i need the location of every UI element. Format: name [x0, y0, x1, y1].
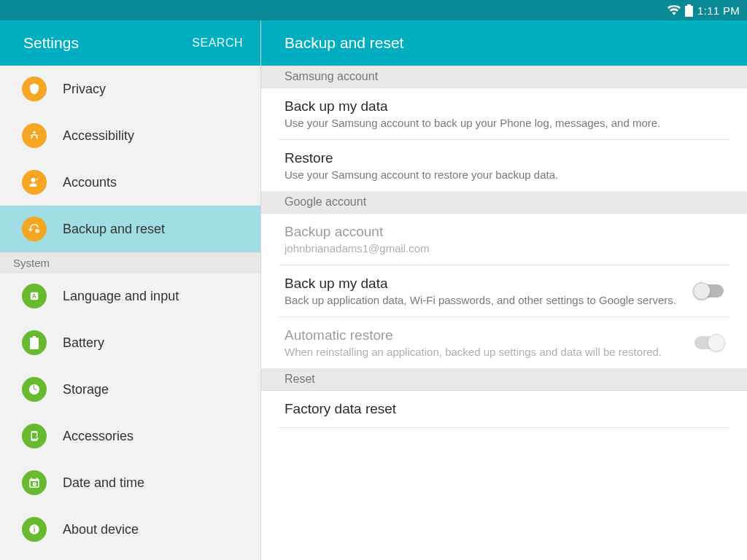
section-header-samsung: Samsung account — [261, 66, 747, 88]
row-subtitle: Use your Samsung account to back up your… — [285, 117, 724, 129]
sidebar-item-label: Backup and reset — [63, 222, 165, 237]
row-title: Back up my data — [285, 98, 724, 114]
sidebar-item-label: Accounts — [63, 175, 117, 190]
section-header-google: Google account — [261, 191, 747, 214]
wifi-icon — [667, 5, 681, 15]
sidebar-item-label: Accessibility — [63, 128, 134, 144]
sidebar-section-system: System — [0, 252, 260, 273]
backup-data-toggle[interactable] — [694, 284, 724, 298]
samsung-restore-row[interactable]: Restore Use your Samsung account to rest… — [261, 140, 747, 191]
privacy-icon — [22, 77, 47, 101]
sidebar-item-backup[interactable]: Backup and reset — [0, 206, 260, 252]
row-title: Backup account — [285, 224, 724, 240]
divider — [279, 427, 729, 428]
row-title: Restore — [285, 150, 724, 166]
accessibility-icon — [22, 123, 47, 148]
sidebar-item-datetime[interactable]: Date and time — [0, 459, 260, 506]
sidebar-item-label: Accessories — [63, 429, 133, 444]
sidebar-item-accessibility[interactable]: Accessibility — [0, 112, 260, 159]
status-time: 1:11 PM — [697, 4, 740, 17]
accounts-icon — [22, 170, 47, 195]
search-button[interactable]: SEARCH — [192, 36, 243, 50]
google-automatic-restore-row: Automatic restore When reinstalling an a… — [261, 317, 747, 368]
sidebar: Settings SEARCH PrivacyAccessibilityAcco… — [0, 20, 261, 560]
sidebar-item-storage[interactable]: Storage — [0, 366, 260, 413]
svg-rect-4 — [34, 526, 35, 528]
row-title: Automatic restore — [285, 327, 683, 343]
row-subtitle: Use your Samsung account to restore your… — [285, 168, 724, 181]
main-panel: Backup and reset Samsung account Back up… — [261, 20, 747, 560]
section-header-reset: Reset — [261, 368, 747, 391]
sidebar-item-label: Storage — [63, 382, 109, 397]
sidebar-item-battery[interactable]: Battery — [0, 319, 260, 366]
sidebar-item-label: Battery — [63, 335, 104, 351]
main-content: Samsung account Back up my data Use your… — [261, 66, 747, 560]
battery-icon — [685, 4, 693, 17]
sidebar-title: Settings — [23, 34, 79, 52]
sidebar-item-label: Date and time — [63, 475, 144, 491]
google-backup-data-row[interactable]: Back up my data Back up application data… — [261, 265, 747, 316]
datetime-icon — [22, 470, 47, 495]
sidebar-item-label: Language and input — [63, 289, 179, 304]
google-backup-account-row: Backup account johnbrianadams1@gmail.com — [261, 214, 747, 265]
language-icon: A — [22, 284, 47, 308]
about-icon — [22, 517, 47, 542]
sidebar-item-accounts[interactable]: Accounts — [0, 159, 260, 206]
sidebar-header: Settings SEARCH — [0, 20, 260, 66]
sidebar-item-language[interactable]: ALanguage and input — [0, 273, 260, 319]
automatic-restore-toggle — [694, 336, 724, 349]
row-title: Back up my data — [285, 276, 683, 292]
factory-data-reset-row[interactable]: Factory data reset — [261, 391, 747, 427]
row-title: Factory data reset — [285, 401, 724, 417]
page-title: Backup and reset — [285, 34, 403, 52]
main-header: Backup and reset — [261, 20, 747, 66]
svg-text:A: A — [32, 292, 37, 300]
backup-icon — [22, 217, 47, 241]
sidebar-item-about[interactable]: About device — [0, 506, 260, 553]
sidebar-nav: PrivacyAccessibilityAccountsBackup and r… — [0, 66, 260, 560]
sidebar-item-label: Privacy — [63, 82, 106, 97]
status-bar: 1:11 PM — [0, 0, 747, 20]
row-subtitle: When reinstalling an application, backed… — [285, 346, 683, 358]
battery-icon — [22, 330, 47, 355]
svg-rect-3 — [34, 529, 35, 532]
samsung-backup-row[interactable]: Back up my data Use your Samsung account… — [261, 88, 747, 139]
accessories-icon — [22, 424, 47, 448]
sidebar-item-privacy[interactable]: Privacy — [0, 66, 260, 112]
storage-icon — [22, 377, 47, 402]
row-subtitle: johnbrianadams1@gmail.com — [285, 242, 724, 254]
row-subtitle: Back up application data, Wi-Fi password… — [285, 294, 683, 306]
sidebar-item-accessories[interactable]: Accessories — [0, 413, 260, 459]
sidebar-item-label: About device — [63, 522, 139, 537]
